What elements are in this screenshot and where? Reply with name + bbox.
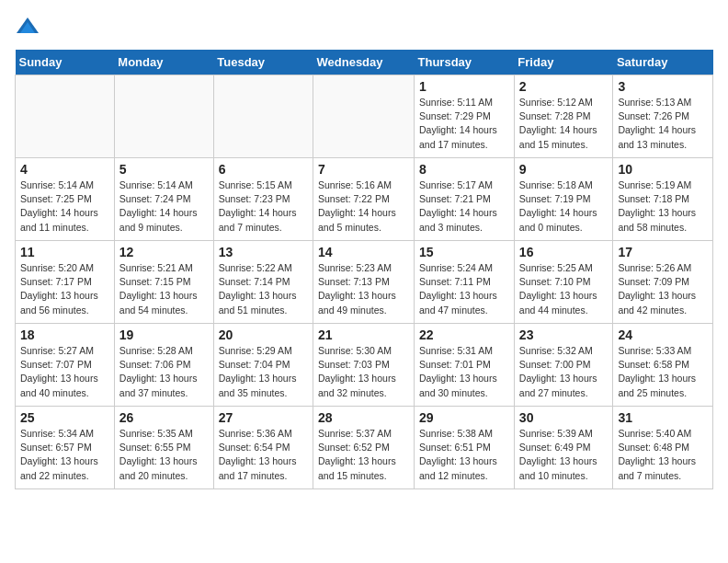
day-number: 24 xyxy=(618,327,708,342)
weekday-header-saturday: Saturday xyxy=(613,50,713,75)
day-cell xyxy=(16,75,115,158)
day-info: Sunrise: 5:18 AM Sunset: 7:19 PM Dayligh… xyxy=(519,178,609,235)
day-cell: 7Sunrise: 5:16 AM Sunset: 7:22 PM Daylig… xyxy=(313,158,415,241)
day-info: Sunrise: 5:23 AM Sunset: 7:13 PM Dayligh… xyxy=(318,261,409,317)
day-cell: 26Sunrise: 5:35 AM Sunset: 6:55 PM Dayli… xyxy=(114,407,213,489)
day-cell: 11Sunrise: 5:20 AM Sunset: 7:17 PM Dayli… xyxy=(16,241,115,324)
day-cell: 19Sunrise: 5:28 AM Sunset: 7:06 PM Dayli… xyxy=(114,324,213,407)
day-number: 31 xyxy=(618,410,708,425)
day-number: 9 xyxy=(519,162,609,177)
day-cell: 9Sunrise: 5:18 AM Sunset: 7:19 PM Daylig… xyxy=(514,158,613,241)
day-number: 16 xyxy=(519,245,609,259)
day-number: 27 xyxy=(219,410,308,425)
day-cell xyxy=(313,75,415,158)
day-cell: 6Sunrise: 5:15 AM Sunset: 7:23 PM Daylig… xyxy=(213,158,313,241)
day-number: 3 xyxy=(618,79,708,94)
day-number: 18 xyxy=(20,327,109,342)
weekday-header-monday: Monday xyxy=(114,50,213,75)
weekday-header-thursday: Thursday xyxy=(415,50,515,75)
day-cell: 28Sunrise: 5:37 AM Sunset: 6:52 PM Dayli… xyxy=(313,407,415,489)
day-info: Sunrise: 5:16 AM Sunset: 7:22 PM Dayligh… xyxy=(318,178,409,235)
logo xyxy=(15,15,44,40)
day-number: 20 xyxy=(219,327,308,342)
day-number: 12 xyxy=(119,245,209,259)
day-cell: 31Sunrise: 5:40 AM Sunset: 6:48 PM Dayli… xyxy=(613,407,713,489)
week-row-2: 4Sunrise: 5:14 AM Sunset: 7:25 PM Daylig… xyxy=(16,158,713,241)
day-number: 14 xyxy=(318,245,409,259)
day-cell: 2Sunrise: 5:12 AM Sunset: 7:28 PM Daylig… xyxy=(514,75,613,158)
day-info: Sunrise: 5:22 AM Sunset: 7:14 PM Dayligh… xyxy=(219,261,308,317)
day-number: 5 xyxy=(119,162,209,177)
day-cell: 14Sunrise: 5:23 AM Sunset: 7:13 PM Dayli… xyxy=(313,241,415,324)
day-info: Sunrise: 5:27 AM Sunset: 7:07 PM Dayligh… xyxy=(20,344,109,400)
day-number: 17 xyxy=(618,245,708,259)
day-number: 1 xyxy=(419,79,509,94)
day-number: 7 xyxy=(318,162,409,177)
weekday-header-tuesday: Tuesday xyxy=(213,50,313,75)
day-number: 22 xyxy=(419,327,509,342)
day-cell: 20Sunrise: 5:29 AM Sunset: 7:04 PM Dayli… xyxy=(213,324,313,407)
day-number: 4 xyxy=(20,162,109,177)
day-number: 13 xyxy=(219,245,308,259)
day-info: Sunrise: 5:24 AM Sunset: 7:11 PM Dayligh… xyxy=(419,261,509,317)
day-cell: 1Sunrise: 5:11 AM Sunset: 7:29 PM Daylig… xyxy=(415,75,515,158)
week-row-5: 25Sunrise: 5:34 AM Sunset: 6:57 PM Dayli… xyxy=(16,407,713,489)
day-info: Sunrise: 5:29 AM Sunset: 7:04 PM Dayligh… xyxy=(219,344,308,400)
day-number: 21 xyxy=(318,327,409,342)
day-info: Sunrise: 5:17 AM Sunset: 7:21 PM Dayligh… xyxy=(419,178,509,235)
day-info: Sunrise: 5:15 AM Sunset: 7:23 PM Dayligh… xyxy=(219,178,308,235)
day-cell: 5Sunrise: 5:14 AM Sunset: 7:24 PM Daylig… xyxy=(114,158,213,241)
week-row-1: 1Sunrise: 5:11 AM Sunset: 7:29 PM Daylig… xyxy=(16,75,713,158)
logo-icon xyxy=(15,15,40,40)
day-cell xyxy=(213,75,313,158)
day-cell: 25Sunrise: 5:34 AM Sunset: 6:57 PM Dayli… xyxy=(16,407,115,489)
day-cell: 8Sunrise: 5:17 AM Sunset: 7:21 PM Daylig… xyxy=(415,158,515,241)
day-info: Sunrise: 5:13 AM Sunset: 7:26 PM Dayligh… xyxy=(618,96,708,152)
day-info: Sunrise: 5:33 AM Sunset: 6:58 PM Dayligh… xyxy=(618,344,708,400)
day-info: Sunrise: 5:38 AM Sunset: 6:51 PM Dayligh… xyxy=(419,427,509,483)
day-number: 26 xyxy=(119,410,209,425)
day-info: Sunrise: 5:34 AM Sunset: 6:57 PM Dayligh… xyxy=(20,427,109,483)
day-cell: 22Sunrise: 5:31 AM Sunset: 7:01 PM Dayli… xyxy=(415,324,515,407)
day-info: Sunrise: 5:19 AM Sunset: 7:18 PM Dayligh… xyxy=(618,178,708,235)
day-cell: 24Sunrise: 5:33 AM Sunset: 6:58 PM Dayli… xyxy=(613,324,713,407)
day-info: Sunrise: 5:25 AM Sunset: 7:10 PM Dayligh… xyxy=(519,261,609,317)
day-cell: 4Sunrise: 5:14 AM Sunset: 7:25 PM Daylig… xyxy=(16,158,115,241)
weekday-header-sunday: Sunday xyxy=(16,50,115,75)
day-info: Sunrise: 5:26 AM Sunset: 7:09 PM Dayligh… xyxy=(618,261,708,317)
day-info: Sunrise: 5:40 AM Sunset: 6:48 PM Dayligh… xyxy=(618,427,708,483)
day-cell: 18Sunrise: 5:27 AM Sunset: 7:07 PM Dayli… xyxy=(16,324,115,407)
day-number: 25 xyxy=(20,410,109,425)
day-info: Sunrise: 5:28 AM Sunset: 7:06 PM Dayligh… xyxy=(119,344,209,400)
day-number: 8 xyxy=(419,162,509,177)
weekday-header-friday: Friday xyxy=(514,50,613,75)
day-info: Sunrise: 5:11 AM Sunset: 7:29 PM Dayligh… xyxy=(419,96,509,152)
day-cell: 17Sunrise: 5:26 AM Sunset: 7:09 PM Dayli… xyxy=(613,241,713,324)
day-number: 11 xyxy=(20,245,109,259)
day-number: 10 xyxy=(618,162,708,177)
page-header xyxy=(15,15,713,40)
day-info: Sunrise: 5:12 AM Sunset: 7:28 PM Dayligh… xyxy=(519,96,609,152)
day-info: Sunrise: 5:31 AM Sunset: 7:01 PM Dayligh… xyxy=(419,344,509,400)
day-number: 23 xyxy=(519,327,609,342)
day-cell: 3Sunrise: 5:13 AM Sunset: 7:26 PM Daylig… xyxy=(613,75,713,158)
week-row-4: 18Sunrise: 5:27 AM Sunset: 7:07 PM Dayli… xyxy=(16,324,713,407)
day-cell: 30Sunrise: 5:39 AM Sunset: 6:49 PM Dayli… xyxy=(514,407,613,489)
day-cell: 13Sunrise: 5:22 AM Sunset: 7:14 PM Dayli… xyxy=(213,241,313,324)
day-info: Sunrise: 5:32 AM Sunset: 7:00 PM Dayligh… xyxy=(519,344,609,400)
day-cell: 16Sunrise: 5:25 AM Sunset: 7:10 PM Dayli… xyxy=(514,241,613,324)
day-cell: 21Sunrise: 5:30 AM Sunset: 7:03 PM Dayli… xyxy=(313,324,415,407)
week-row-3: 11Sunrise: 5:20 AM Sunset: 7:17 PM Dayli… xyxy=(16,241,713,324)
day-number: 19 xyxy=(119,327,209,342)
day-info: Sunrise: 5:21 AM Sunset: 7:15 PM Dayligh… xyxy=(119,261,209,317)
day-cell: 12Sunrise: 5:21 AM Sunset: 7:15 PM Dayli… xyxy=(114,241,213,324)
day-info: Sunrise: 5:14 AM Sunset: 7:24 PM Dayligh… xyxy=(119,178,209,235)
day-number: 28 xyxy=(318,410,409,425)
day-cell: 10Sunrise: 5:19 AM Sunset: 7:18 PM Dayli… xyxy=(613,158,713,241)
day-info: Sunrise: 5:37 AM Sunset: 6:52 PM Dayligh… xyxy=(318,427,409,483)
day-info: Sunrise: 5:30 AM Sunset: 7:03 PM Dayligh… xyxy=(318,344,409,400)
day-cell: 27Sunrise: 5:36 AM Sunset: 6:54 PM Dayli… xyxy=(213,407,313,489)
day-cell: 29Sunrise: 5:38 AM Sunset: 6:51 PM Dayli… xyxy=(415,407,515,489)
day-number: 6 xyxy=(219,162,308,177)
day-info: Sunrise: 5:39 AM Sunset: 6:49 PM Dayligh… xyxy=(519,427,609,483)
